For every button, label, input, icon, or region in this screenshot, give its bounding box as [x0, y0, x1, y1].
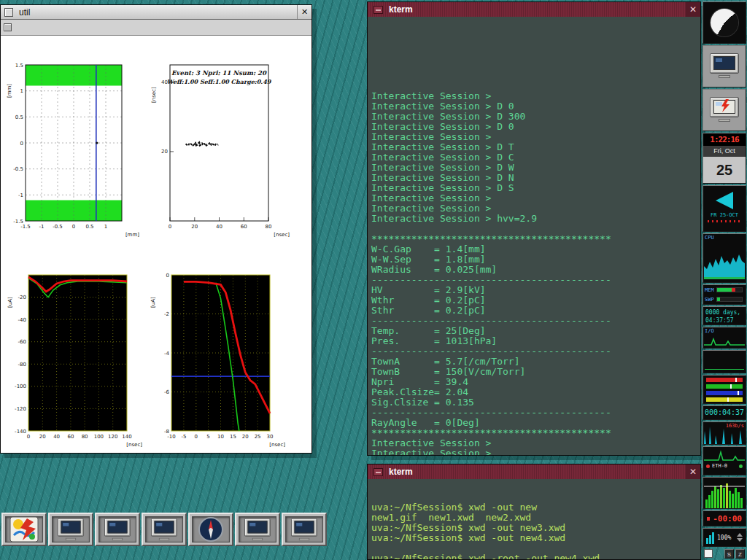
volume-percent: 100% — [717, 534, 731, 541]
tick-label: 0 — [166, 273, 169, 279]
window-menu-icon[interactable] — [374, 468, 383, 476]
mail-indicator[interactable] — [704, 549, 713, 558]
monitor-stand — [252, 538, 263, 541]
tick-label: 0 — [195, 434, 198, 440]
close-icon: ✕ — [689, 467, 697, 477]
tick-label: 0 — [27, 434, 30, 440]
tick-label: 80 — [82, 434, 88, 440]
dock-launcher-term-4[interactable] — [235, 513, 280, 546]
memory-applet[interactable]: MEM SWP — [703, 284, 746, 305]
pager-ticks — [708, 220, 741, 222]
scope-baseline — [705, 369, 744, 370]
dock-performance-launcher[interactable] — [703, 89, 746, 131]
mixer-bar-yellow[interactable] — [706, 397, 743, 402]
monitor-stand — [159, 538, 169, 541]
io-monitor-applet[interactable]: I/O — [703, 327, 746, 349]
mixer-bar-green[interactable] — [706, 384, 743, 389]
zoom-button[interactable]: Z — [735, 549, 745, 559]
arrow-down-icon[interactable] — [737, 538, 743, 542]
eth-label: ETH-0 — [712, 463, 727, 469]
dock-terminal-launcher[interactable] — [703, 45, 746, 88]
pager-applet[interactable]: FR 25-OCT — [703, 185, 746, 232]
y-axis-unit: [nsec] — [151, 87, 157, 103]
tick-label: -10 — [167, 434, 175, 440]
close-icon: ✕ — [689, 4, 697, 15]
tick-label: -2 — [164, 311, 169, 317]
volume-arrows[interactable] — [737, 533, 743, 542]
plot-cell-geometry: 1.5 1 0.5 0 -0.5 -1 -1.5 -1.5 -1 -0.5 0 … — [4, 58, 146, 244]
tick-label: -20 — [18, 295, 26, 300]
close-button[interactable]: ✕ — [686, 2, 700, 17]
close-button[interactable]: ✕ — [686, 464, 700, 479]
canvas-menu-icon[interactable] — [4, 23, 12, 31]
lightning-icon — [719, 99, 732, 112]
terminal-content[interactable]: uva:~/NfSession$ xwd -out new new1.gif n… — [368, 479, 700, 559]
clock-time: 1:22:16 — [703, 133, 746, 146]
window-menu-icon[interactable] — [4, 8, 13, 17]
tick-label: -120 — [15, 406, 26, 412]
tick-label: 0 — [72, 224, 75, 230]
tick-label: 10 — [217, 434, 224, 440]
dock-launcher-compass[interactable] — [188, 513, 233, 546]
track-timer-applet[interactable]: -00:00 — [703, 510, 746, 526]
suspend-button[interactable]: S — [724, 549, 734, 559]
util-toolbar — [1, 20, 311, 36]
ethernet-applet[interactable]: ETH-0 — [703, 446, 746, 475]
clock-applet[interactable]: 1:22:16 Fri, Oct 25 — [703, 133, 746, 184]
y-axis-unit: [uA] — [7, 297, 13, 308]
monitor-screen — [248, 521, 268, 533]
dock-launcher-term-1[interactable] — [48, 513, 93, 546]
uptime-applet[interactable]: 0000 days,04:37:57 — [703, 306, 746, 325]
monitor-stand — [719, 119, 730, 122]
network-monitor-applet[interactable]: 163b/s — [703, 421, 746, 445]
tick-label: -40 — [18, 317, 26, 323]
eth-status-row: ETH-0 — [703, 462, 746, 470]
tick-label: 80 — [266, 224, 272, 230]
afterstep-logo-icon — [711, 9, 738, 36]
plot-canvas: 1.5 1 0.5 0 -0.5 -1 -1.5 -1.5 -1 -0.5 0 … — [1, 36, 311, 453]
dock-tile-inner — [239, 516, 276, 542]
monitor-icon — [151, 518, 177, 541]
cpu-monitor-applet[interactable]: CPU — [703, 233, 746, 283]
scope-applet[interactable] — [703, 350, 746, 373]
kterm-titlebar[interactable]: kterm ✕ — [368, 464, 700, 479]
dock-afterstep-logo-button[interactable] — [703, 1, 746, 44]
mem-cache — [732, 288, 735, 292]
monitor-icon — [244, 518, 271, 541]
tick-label: 140 — [122, 434, 131, 440]
monitor-stand — [66, 538, 76, 541]
terminal-content[interactable]: Interactive Session > Interactive Sessio… — [368, 17, 700, 455]
arrow-up-icon[interactable] — [737, 533, 743, 537]
util-titlebar[interactable]: util ✕ — [1, 5, 311, 20]
tick-label: -1 — [18, 192, 23, 198]
mixer-bar-red[interactable] — [706, 378, 743, 382]
monitor-stand — [299, 538, 309, 541]
tick-label: 0 — [169, 224, 171, 230]
event-subheader: Weff:1.00 Seff:1.00 Charge:0.49 — [167, 78, 272, 85]
tick-label: 5 — [206, 434, 209, 440]
kterm-titlebar[interactable]: kterm ✕ — [368, 2, 700, 17]
tick-label: 0.5 — [15, 114, 23, 120]
dock-launcher-term-5[interactable] — [282, 513, 327, 546]
volume-applet[interactable]: 100% — [703, 528, 746, 547]
mixer-bar-blue[interactable] — [706, 391, 743, 395]
tick-label: -60 — [18, 339, 26, 345]
window-menu-icon[interactable] — [374, 6, 383, 14]
eth-graph — [704, 448, 745, 462]
elapsed-timer-applet[interactable]: 000:04:37 — [703, 405, 746, 420]
monitor-screen — [61, 521, 81, 533]
kterm-main-window: kterm ✕ Interactive Session > Interactiv… — [367, 1, 701, 456]
dock-launcher-term-2[interactable] — [95, 513, 140, 546]
close-button[interactable]: ✕ — [297, 5, 311, 19]
dock-launcher-term-3[interactable] — [142, 513, 187, 546]
dock-launcher-graphics[interactable] — [1, 513, 47, 546]
arrow-left-icon — [716, 192, 733, 209]
mixer-applet[interactable] — [703, 375, 746, 404]
clock-day: Fri, Oct — [703, 146, 746, 157]
spectrum-analyzer-applet[interactable] — [703, 477, 746, 509]
pager-date-label: FR 25-OCT — [703, 212, 746, 218]
tick-label: 20 — [39, 434, 46, 440]
mem-label: MEM — [703, 287, 716, 294]
net-rate-label: 163b/s — [726, 423, 744, 429]
swap-row: SWP — [703, 295, 746, 304]
